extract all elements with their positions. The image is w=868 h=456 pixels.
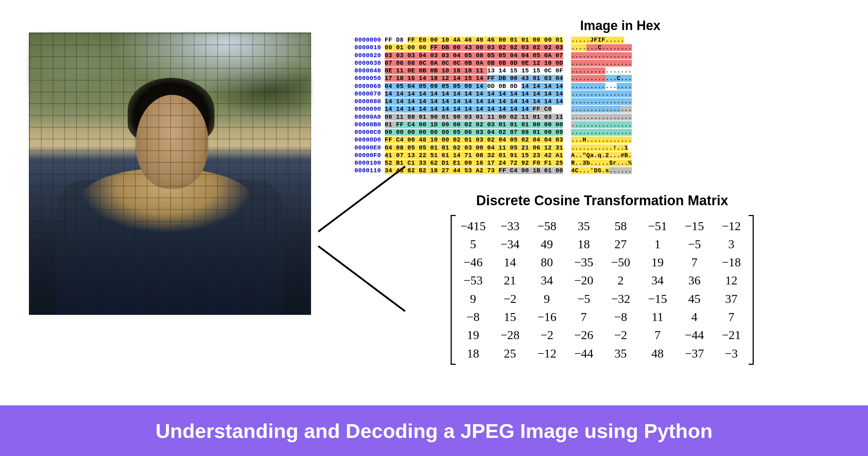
matrix-cell: −5	[681, 235, 707, 253]
hex-row: 01 FF C4 00 1D 00 00 02 02 03 01 01 01 0…	[385, 121, 563, 128]
hex-ascii-row: ................	[571, 128, 632, 136]
hex-ascii-row: ................	[571, 113, 632, 121]
matrix-cell: −53	[460, 271, 486, 290]
hex-row: 00 11 08 01 90 01 90 03 01 11 00 02 11 0…	[385, 113, 563, 121]
matrix-cell: −16	[534, 308, 560, 326]
hex-ascii-row: ................	[571, 52, 632, 59]
matrix-cell: 9	[460, 290, 486, 308]
hex-ascii-row: ................	[571, 67, 632, 75]
matrix-cell: −15	[644, 290, 671, 308]
right-panel: Image in Hex 000000000000100000020000003…	[326, 18, 839, 405]
matrix-cell: 49	[534, 235, 560, 253]
matrix-cell: 37	[718, 290, 744, 308]
matrix-cell: −415	[460, 217, 486, 235]
matrix-cell: 5	[460, 235, 486, 253]
hex-address: 0000010	[354, 44, 381, 51]
matrix-cell: 19	[644, 253, 671, 271]
hex-ascii-row: ...H............	[571, 136, 632, 144]
hex-ascii-row: R..3b.....$r...%	[571, 159, 632, 167]
hex-row: FF C4 00 48 10 00 02 01 03 02 04 05 02 0…	[385, 136, 563, 144]
hex-ascii-row: 4C...'DS.s......	[571, 167, 632, 174]
matrix-cell: −28	[497, 326, 523, 344]
matrix-cell: −18	[718, 253, 744, 271]
hex-ascii-row: .....JFIF.....	[571, 36, 632, 44]
matrix-cell: 7	[718, 308, 744, 326]
matrix-cell: 12	[718, 271, 744, 290]
matrix-cell: 21	[497, 271, 523, 290]
hex-address: 0000080	[354, 98, 381, 105]
matrix-cell: −8	[460, 308, 486, 326]
hex-ascii-row: ................	[571, 121, 632, 128]
matrix-cell: 18	[460, 345, 486, 363]
hex-ascii-row: ................	[571, 59, 632, 67]
hex-row: 04 05 04 05 09 05 05 09 14 0D 0B 0D 14 1…	[385, 83, 563, 90]
matrix-cell: −2	[534, 326, 560, 344]
left-panel	[29, 18, 326, 405]
hex-address: 0000110	[354, 167, 381, 174]
hex-row: 41 07 13 22 51 61 14 71 08 32 81 91 15 2…	[385, 152, 563, 159]
hex-row: 14 14 14 14 14 14 14 14 14 14 14 14 14 F…	[385, 105, 563, 113]
matrix-cell: 45	[681, 290, 707, 308]
matrix-cell: −26	[571, 326, 597, 344]
hex-address: 0000050	[354, 75, 381, 82]
matrix-cell: 36	[681, 271, 707, 290]
matrix-cell: −51	[644, 217, 671, 235]
hex-address: 0000070	[354, 90, 381, 98]
matrix-cell: −37	[681, 345, 707, 363]
footer-title: Understanding and Decoding a JPEG Image …	[156, 419, 712, 443]
hex-address: 00000A0	[354, 113, 381, 121]
matrix-cell: 35	[608, 345, 634, 363]
footer-banner: Understanding and Decoding a JPEG Image …	[0, 405, 868, 456]
matrix-cell: 11	[644, 308, 671, 326]
hex-ascii-row: ................	[571, 105, 632, 113]
matrix-cell: −44	[571, 345, 597, 363]
hex-row: 52 B1 C1 33 62 D1 E1 09 16 17 24 72 92 F…	[385, 159, 563, 167]
matrix-cell: 3	[718, 235, 744, 253]
hex-ascii-row: ............C...	[571, 75, 632, 82]
matrix-cell: −3	[718, 345, 744, 363]
matrix-cell: 7	[644, 326, 671, 344]
matrix-cell: −2	[497, 290, 523, 308]
matrix-cell: 34	[534, 271, 560, 290]
matrix-cell: −32	[608, 290, 634, 308]
matrix-cell: −20	[571, 271, 597, 290]
hex-ascii-row: ...........!..1	[571, 144, 632, 152]
matrix-cell: −12	[534, 345, 560, 363]
matrix-cell: −50	[608, 253, 634, 271]
hex-row: 07 06 08 0C 0A 0C 0C 0B 0A 0B 0B 0D 0E 1…	[385, 59, 563, 67]
matrix-cell: 35	[571, 217, 597, 235]
hex-address: 0000020	[354, 52, 381, 59]
matrix-cell: 34	[644, 271, 671, 290]
matrix-cell: −35	[571, 253, 597, 271]
matrix-cell: 7	[681, 253, 707, 271]
matrix-cell: −58	[534, 217, 560, 235]
matrix-cell: 80	[534, 253, 560, 271]
matrix-cell: 48	[644, 345, 671, 363]
hex-title: Image in Hex	[354, 18, 839, 33]
hex-address: 00000B0	[354, 121, 381, 128]
hex-row: 14 14 14 14 14 14 14 14 14 14 14 14 14 1…	[385, 90, 563, 98]
hex-row: 34 43 82 B2 18 27 44 53 A2 73 FF C4 00 1…	[385, 167, 563, 174]
dct-section: Discrete Cosine Transformation Matrix −4…	[354, 193, 839, 365]
matrix-cell: 15	[497, 308, 523, 326]
hex-ascii-row: .......C........	[571, 44, 632, 51]
matrix-cell: −15	[681, 217, 707, 235]
matrix-cell: −5	[571, 290, 597, 308]
matrix-cell: 18	[571, 235, 597, 253]
hex-ascii-row: ................	[571, 98, 632, 105]
hex-address: 00000E0	[354, 144, 381, 152]
hex-row: 03 03 03 04 03 03 04 05 08 05 05 04 04 0…	[385, 52, 563, 59]
hex-address: 0000040	[354, 67, 381, 75]
matrix-cell: −8	[608, 308, 634, 326]
photo-with-grid	[29, 33, 311, 315]
hex-row: 17 18 16 14 18 12 14 15 14 FF DB 00 43 0…	[385, 75, 563, 82]
matrix-cell: 2	[608, 271, 634, 290]
hex-row: 00 01 00 00 FF DB 00 43 00 03 02 02 03 0…	[385, 44, 563, 51]
matrix-cell: 19	[460, 326, 486, 344]
hex-address: 0000060	[354, 83, 381, 90]
matrix-cell: −44	[681, 326, 707, 344]
hex-address: 00000C0	[354, 128, 381, 136]
hex-address: 0000000	[354, 36, 381, 44]
matrix-cell: 7	[571, 308, 597, 326]
hex-row: FF D8 FF E0 00 10 4A 46 49 46 00 01 01 0…	[385, 36, 563, 44]
